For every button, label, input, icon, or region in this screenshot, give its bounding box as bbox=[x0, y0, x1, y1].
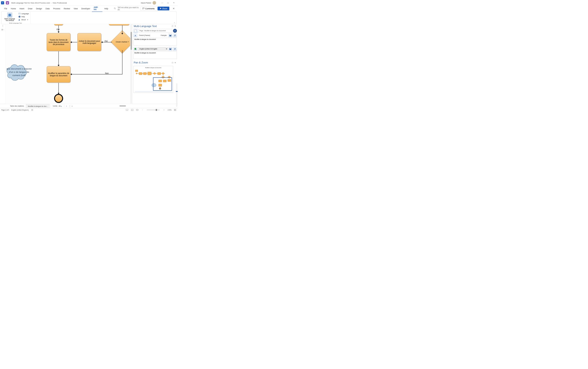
tell-me-search[interactable]: Tell me what you want to do bbox=[114, 6, 140, 11]
menu-view[interactable]: View bbox=[72, 6, 79, 10]
zoom-slider[interactable] bbox=[147, 110, 160, 110]
presentation-mode-icon[interactable] bbox=[126, 109, 129, 111]
ribbon-language-button[interactable]: Language bbox=[19, 12, 29, 15]
svg-rect-32 bbox=[139, 72, 142, 75]
user-name[interactable]: David Parker bbox=[141, 2, 151, 4]
pz-close-icon[interactable]: ✕ bbox=[175, 62, 177, 64]
user-avatar[interactable] bbox=[153, 1, 156, 4]
page-menu-button[interactable]: ⋮ bbox=[68, 104, 71, 108]
panel-window-icon[interactable]: ▢ bbox=[172, 25, 174, 27]
add-page-button[interactable]: ＋ bbox=[65, 104, 68, 108]
arrowhead-icon bbox=[71, 73, 72, 75]
svg-marker-35 bbox=[153, 72, 156, 75]
search-icon bbox=[114, 7, 116, 10]
share-button[interactable]: Share bbox=[157, 7, 169, 10]
panel-close-icon[interactable]: ✕ bbox=[175, 25, 177, 27]
tab-hscrollbar[interactable]: ◂ ▸ bbox=[71, 104, 177, 108]
connector bbox=[122, 50, 122, 74]
save-lang2-button[interactable] bbox=[168, 47, 172, 51]
swap-lang2-button[interactable] bbox=[173, 47, 177, 51]
canvas-vscrollbar[interactable] bbox=[130, 24, 132, 104]
tab-filter-all[interactable]: All ▴ bbox=[58, 104, 64, 108]
svg-rect-53 bbox=[135, 91, 172, 92]
svg-point-27 bbox=[136, 49, 136, 50]
about-icon bbox=[19, 19, 21, 21]
shapes-pin-icon[interactable]: ⊞ › bbox=[1, 29, 4, 31]
pz-viewport-rect[interactable] bbox=[153, 77, 172, 91]
ribbon-close[interactable]: ✕ bbox=[172, 7, 176, 10]
save-lang1-button[interactable] bbox=[168, 34, 172, 38]
maximize-button[interactable]: ◻ bbox=[165, 1, 171, 5]
svg-rect-34 bbox=[147, 72, 151, 75]
app-icon: V bbox=[1, 1, 4, 4]
svg-marker-37 bbox=[162, 72, 165, 75]
text-a-icon[interactable]: A bbox=[134, 34, 137, 37]
status-language[interactable]: English (United Kingdom) bbox=[11, 109, 29, 111]
pan-zoom-thumbnail[interactable]: Modifier la langue du document bbox=[134, 66, 173, 93]
menu-developer[interactable]: Developer bbox=[79, 6, 92, 10]
svg-rect-30 bbox=[135, 70, 138, 72]
pz-vscroll[interactable] bbox=[176, 83, 177, 107]
flowchart-process-1[interactable]: Toutes les formes de texte dans le docum… bbox=[47, 33, 70, 51]
ribbon-group-label: Multi-Language Text bbox=[1, 22, 29, 24]
menu-addins[interactable]: Add-ins bbox=[92, 5, 102, 12]
page-tab-1[interactable]: Modifier la langue du doc... bbox=[26, 104, 50, 108]
lang1-name: French (France) bbox=[138, 34, 159, 37]
lang2-text-field[interactable]: Modifier la langue du document bbox=[134, 51, 177, 59]
menu-data[interactable]: Data bbox=[44, 6, 51, 10]
flowchart-process-3[interactable]: Modifiez le paramètre de langue du docum… bbox=[47, 66, 70, 82]
connector bbox=[59, 51, 59, 66]
pz-panel-title: Pan & Zoom bbox=[134, 61, 171, 64]
ribbon-help-button[interactable]: ? Help bbox=[19, 16, 29, 18]
zoom-level[interactable]: 172% bbox=[167, 109, 172, 111]
flowchart-shape-partial-top-right[interactable] bbox=[109, 24, 129, 25]
menu-review[interactable]: Review bbox=[62, 6, 72, 10]
help-icon: ? bbox=[19, 16, 21, 18]
fit-width-icon[interactable] bbox=[136, 109, 139, 111]
svg-rect-56 bbox=[126, 109, 128, 111]
fit-page-icon[interactable] bbox=[131, 109, 134, 111]
svg-rect-61 bbox=[175, 109, 176, 110]
menu-design[interactable]: Design bbox=[34, 6, 44, 10]
tab-filter-verifie[interactable]: Vérifie bbox=[51, 104, 58, 108]
connector bbox=[122, 25, 122, 34]
comments-button[interactable]: Comments bbox=[140, 7, 156, 10]
menu-help[interactable]: Help bbox=[103, 6, 110, 10]
globe-small-icon[interactable] bbox=[134, 47, 137, 50]
drawing-canvas[interactable]: Oui Toutes les formes de texte dans le d… bbox=[6, 24, 132, 104]
ribbon-about-button[interactable]: About ▾ bbox=[19, 19, 29, 21]
flowchart-process-2[interactable]: Activer le document pour multi-languages bbox=[77, 33, 101, 51]
svg-point-9 bbox=[19, 19, 20, 20]
shapes-expand-icon[interactable]: › bbox=[2, 25, 3, 27]
panel-help-button[interactable]: ? bbox=[173, 29, 177, 33]
page-name-field: Page : Modifier la langue du document bbox=[139, 29, 172, 32]
svg-rect-25 bbox=[170, 34, 171, 35]
zoom-in-button[interactable]: + bbox=[162, 109, 166, 111]
menu-home[interactable]: Home bbox=[9, 6, 18, 10]
share-icon bbox=[160, 8, 162, 9]
flowchart-cloud[interactable]: que document o dispose d'un e de langue … bbox=[6, 60, 33, 84]
menu-insert[interactable]: Insert bbox=[18, 6, 26, 10]
ribbon-ml-window-button[interactable]: Multi-Language Text window bbox=[3, 12, 17, 24]
lang1-text-field[interactable]: Modifier la langue du document bbox=[134, 38, 177, 45]
zoom-out-button[interactable]: − bbox=[141, 109, 144, 111]
fit-window-icon[interactable] bbox=[174, 109, 177, 111]
minimize-button[interactable]: — bbox=[159, 1, 165, 5]
pz-window-icon[interactable]: ▢ bbox=[172, 62, 174, 64]
swap-lang1-button[interactable] bbox=[173, 34, 177, 38]
flowchart-terminator[interactable] bbox=[54, 94, 63, 103]
menu-file[interactable]: File bbox=[2, 6, 9, 10]
svg-point-2 bbox=[114, 8, 115, 9]
ml-panel-title: Multi-Language Text bbox=[134, 25, 171, 28]
menu-draw[interactable]: Draw bbox=[26, 6, 34, 10]
arrowhead-icon bbox=[58, 31, 60, 33]
ribbon-collapse-icon[interactable]: ⌄ bbox=[174, 21, 175, 23]
status-page[interactable]: Page 2 of 5 bbox=[1, 109, 9, 111]
save-icon[interactable] bbox=[6, 1, 9, 4]
menu-process[interactable]: Process bbox=[51, 6, 62, 10]
flowchart-decision[interactable]: Choisir d'activer ? bbox=[111, 34, 132, 50]
page-tab-0[interactable]: Table des matières bbox=[8, 104, 26, 108]
close-button[interactable]: ✕ bbox=[171, 1, 177, 5]
lang2-select[interactable]: English (United St English bbox=[138, 47, 167, 50]
macro-recording-icon[interactable] bbox=[31, 109, 34, 111]
